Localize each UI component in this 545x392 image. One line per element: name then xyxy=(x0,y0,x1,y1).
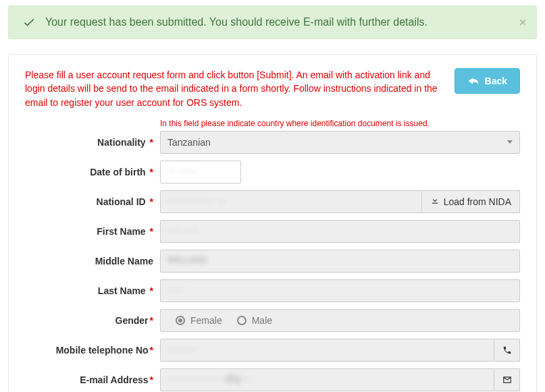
dob-value: ··· ······· xyxy=(167,165,197,176)
label-first-name: First Name * xyxy=(25,226,160,237)
download-icon xyxy=(430,196,440,207)
nationality-value: Tanzanian xyxy=(167,137,211,148)
first-name-input[interactable]: ····· ······ xyxy=(160,220,520,243)
mobile-value: ··········· xyxy=(167,343,197,354)
radio-icon xyxy=(237,316,246,325)
form-panel: Please fill a user account request form … xyxy=(8,54,537,392)
chevron-down-icon xyxy=(507,140,513,144)
middle-name-value: WILLIAM xyxy=(167,254,207,265)
instructions-text: Please fill a user account request form … xyxy=(25,68,444,109)
success-alert: Your request has been submitted. You sho… xyxy=(8,5,537,39)
check-icon xyxy=(22,16,36,29)
last-name-input[interactable]: ······ xyxy=(160,279,520,302)
label-gender: Gender* xyxy=(25,315,160,326)
gender-male-label: Male xyxy=(252,315,272,326)
back-button[interactable]: Back xyxy=(455,68,520,94)
middle-name-input[interactable]: WILLIAM xyxy=(160,250,520,273)
first-name-value: ····· ······ xyxy=(167,225,199,235)
load-nida-label: Load from NIDA xyxy=(444,196,511,207)
national-id-value: ·················· ··· xyxy=(167,195,226,206)
mobile-input[interactable]: ··········· xyxy=(160,339,494,362)
gender-female-radio[interactable]: Female xyxy=(176,315,222,326)
email-input[interactable]: ······················@g···· xyxy=(160,368,494,391)
alert-message: Your request has been submitted. You sho… xyxy=(45,16,427,28)
label-nationality: Nationality * xyxy=(25,137,160,148)
gender-group: Female Male xyxy=(160,309,520,332)
nationality-select[interactable]: Tanzanian xyxy=(160,131,520,154)
envelope-icon xyxy=(494,368,520,391)
national-id-input[interactable]: ·················· ··· xyxy=(160,190,422,213)
gender-female-label: Female xyxy=(190,315,222,326)
label-mobile: Mobile telephone No* xyxy=(25,345,160,356)
load-nida-button[interactable]: Load from NIDA xyxy=(422,190,520,213)
dob-input[interactable]: ··· ······· xyxy=(160,161,241,184)
label-dob: Date of birth * xyxy=(25,167,160,177)
close-icon[interactable]: × xyxy=(519,16,527,29)
back-arrow-icon xyxy=(467,76,479,86)
back-button-label: Back xyxy=(485,76,507,86)
label-national-id: National ID * xyxy=(25,196,160,207)
label-middle-name: Middle Name xyxy=(25,256,160,267)
gender-male-radio[interactable]: Male xyxy=(237,315,272,326)
label-email: E-mail Address* xyxy=(25,374,160,385)
last-name-value: ······ xyxy=(167,284,183,295)
phone-icon xyxy=(494,339,520,362)
label-last-name: Last Name * xyxy=(25,285,160,296)
radio-icon xyxy=(176,316,185,325)
nationality-help: In this field please indicate country wh… xyxy=(160,119,520,128)
email-value: ······················@g···· xyxy=(167,373,251,384)
